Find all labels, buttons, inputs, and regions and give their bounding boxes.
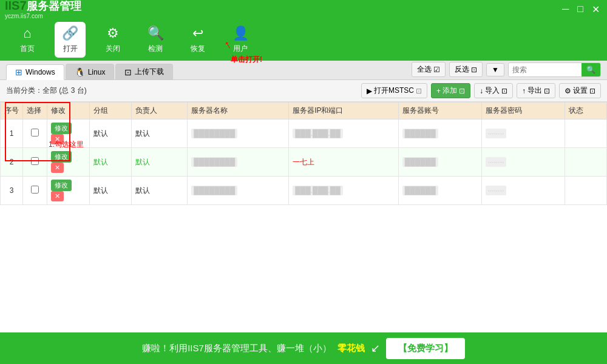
cell-ip-1: ███.███.██: [289, 120, 399, 148]
cell-account-2: ██████: [398, 148, 481, 177]
minimize-button[interactable]: ─: [560, 2, 571, 16]
header-row: 序号 选择 修改 分组 负责人 服务器名称 服务器IP和端口 服务器账号 服务器…: [1, 103, 607, 120]
table-container: 序号 选择 修改 分组 负责人 服务器名称 服务器IP和端口 服务器账号 服务器…: [0, 102, 607, 205]
invert-select-label: 反选: [455, 64, 469, 75]
cell-password-2: ········: [481, 148, 565, 177]
cell-select-1[interactable]: [23, 120, 47, 148]
add-extra-icon: ⊡: [459, 87, 465, 95]
toolbar-open-label: 打开: [63, 44, 78, 54]
toolbar-detect[interactable]: 🔍 检测: [140, 23, 171, 56]
settings-icon: ⚙: [565, 87, 571, 95]
toolbar-close[interactable]: ⚙ 关闭: [98, 23, 128, 56]
cell-ip-2: 一七上: [289, 148, 399, 177]
add-button[interactable]: + 添加 ⊡: [431, 83, 470, 98]
tab-linux[interactable]: 🐧 Linux: [66, 64, 115, 79]
toolbar-detect-label: 检测: [148, 44, 163, 54]
select-all-icon: ☑: [433, 66, 440, 74]
delete-btn-1[interactable]: ✕: [51, 134, 64, 144]
cell-password-3: ········: [481, 177, 565, 205]
col-index: 序号: [1, 103, 23, 120]
tab-windows[interactable]: ⊞ Windows: [6, 64, 64, 80]
modify-btn-3[interactable]: 修改: [51, 180, 72, 191]
tabs-bar: ⊞ Windows 🐧 Linux ⊡ 上传下载 全选 ☑ 反选 ⊡ ▼: [0, 61, 607, 80]
open-mstsc-label: 打开MSTSC: [374, 86, 414, 96]
action-buttons: ▶ 打开MSTSC ⊡ + 添加 ⊡ ↓ 导入 ⊡ ↑ 导出 ⊡: [361, 83, 601, 98]
delete-btn-3[interactable]: ✕: [51, 191, 64, 201]
invert-select-button[interactable]: 反选 ⊡: [449, 62, 483, 77]
search-input[interactable]: [509, 64, 582, 76]
cell-index-2: 2: [1, 148, 23, 177]
col-account: 服务器账号: [398, 103, 481, 120]
col-modify: 修改: [47, 103, 90, 120]
checkbox-3[interactable]: [31, 186, 39, 194]
search-button[interactable]: 🔍: [582, 63, 600, 76]
invert-icon: ⊡: [471, 66, 477, 74]
cell-account-3: ██████: [398, 177, 481, 205]
settings-extra-icon: ⊡: [589, 87, 595, 95]
restore-icon: ↩: [192, 25, 203, 41]
linux-icon: 🐧: [75, 67, 85, 77]
import-extra-icon: ⊡: [501, 87, 507, 95]
tab-upload-label: 上传下载: [135, 67, 164, 77]
banner-curve-icon: ↙: [371, 342, 380, 355]
banner-highlight: 零花钱: [337, 343, 365, 354]
export-extra-icon: ⊡: [544, 87, 550, 95]
table-body: 1 修改 ✕ 默认 默认 ████████ ███.███.██ ██████ …: [1, 120, 607, 205]
user-icon: 👤: [232, 25, 249, 41]
cell-index-1: 1: [1, 120, 23, 148]
toolbar-home[interactable]: ⌂ 首页: [12, 23, 42, 56]
col-group: 分组: [90, 103, 132, 120]
cell-ip-3: ███.███.██: [289, 177, 399, 205]
filter-dropdown[interactable]: ▼: [486, 63, 504, 76]
select-all-button[interactable]: 全选 ☑: [412, 62, 446, 77]
table-row: 2 修改 ✕ 默认 默认 ████████ 一七上 ██████ ·······…: [1, 148, 607, 177]
tab-upload[interactable]: ⊡ 上传下载: [115, 64, 173, 79]
open-mstsc-button[interactable]: ▶ 打开MSTSC ⊡: [361, 83, 427, 98]
export-icon: ↑: [522, 87, 526, 95]
table-header: 序号 选择 修改 分组 负责人 服务器名称 服务器IP和端口 服务器账号 服务器…: [1, 103, 607, 120]
free-learn-button[interactable]: 【免费学习】: [386, 338, 465, 359]
toolbar: ⌂ 首页 🔗 打开 ⚙ 关闭 🔍 检测 ↩ 恢复 👤 用户 单击打开! ↑: [0, 18, 607, 61]
open-mstsc-icon: ▶: [367, 87, 372, 95]
tab-windows-label: Windows: [25, 68, 55, 76]
checkbox-1[interactable]: [31, 129, 39, 136]
cell-modify-2: 修改 ✕: [47, 148, 90, 177]
maximize-button[interactable]: □: [575, 2, 586, 16]
server-table: 序号 选择 修改 分组 负责人 服务器名称 服务器IP和端口 服务器账号 服务器…: [0, 102, 607, 205]
col-name: 服务器名称: [188, 103, 289, 120]
cell-status-1: [565, 120, 606, 148]
settings-button[interactable]: ⚙ 设置 ⊡: [559, 83, 601, 98]
modify-btn-2[interactable]: 修改: [51, 151, 72, 163]
close-button[interactable]: ✕: [589, 2, 602, 16]
cell-group-1: 默认: [90, 120, 132, 148]
cell-account-1: ██████: [398, 120, 481, 148]
title-bar: IIS7服务器管理 yczm.iis7.com ─ □ ✕: [0, 0, 607, 18]
password-blurred-3: ········: [486, 186, 507, 195]
upload-icon: ⊡: [124, 67, 132, 77]
cell-select-2[interactable]: [23, 148, 47, 177]
checkbox-2[interactable]: [31, 157, 39, 165]
modify-btn-1[interactable]: 修改: [51, 123, 72, 134]
settings-label: 设置: [573, 86, 588, 96]
toolbar-open[interactable]: 🔗 打开: [55, 22, 86, 58]
bottom-banner: 赚啦！利用IIS7服务器管理工具、赚一堆（小） 零花钱 ↙ 【免费学习】: [0, 332, 607, 364]
close-app-icon: ⚙: [107, 25, 119, 41]
toolbar-close-label: 关闭: [106, 44, 120, 54]
cell-name-2: ████████: [188, 148, 289, 177]
tabs-right: 全选 ☑ 反选 ⊡ ▼ 🔍: [412, 62, 601, 77]
content-area: 当前分类：全部 (总 3 台) ▶ 打开MSTSC ⊡ + 添加 ⊡ ↓ 导入 …: [0, 80, 607, 332]
import-button[interactable]: ↓ 导入 ⊡: [474, 83, 513, 98]
cell-owner-3: 默认: [132, 177, 188, 205]
col-ip: 服务器IP和端口: [289, 103, 399, 120]
cell-modify-3: 修改 ✕: [47, 177, 90, 205]
cell-name-1: ████████: [188, 120, 289, 148]
toolbar-user[interactable]: 👤 用户: [225, 23, 256, 56]
export-button[interactable]: ↑ 导出 ⊡: [517, 83, 555, 98]
cell-status-3: [565, 177, 606, 205]
title-bar-controls: ─ □ ✕: [560, 2, 602, 16]
password-blurred-2: ········: [486, 157, 507, 167]
delete-btn-2[interactable]: ✕: [51, 163, 64, 173]
cell-select-3[interactable]: [23, 177, 47, 205]
toolbar-restore[interactable]: ↩ 恢复: [183, 23, 213, 56]
cell-name-3: ████████: [188, 177, 289, 205]
